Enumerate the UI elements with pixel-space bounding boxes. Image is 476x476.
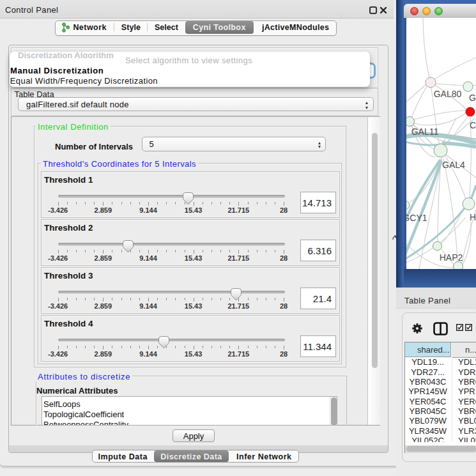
svg-text:GAL80: GAL80 [434, 89, 462, 99]
svg-text:C: C [470, 120, 476, 130]
svg-text:GCY1: GCY1 [406, 213, 427, 223]
svg-text:HAP2: HAP2 [440, 252, 463, 263]
svg-text:H: H [470, 212, 476, 222]
svg-text:GAL11: GAL11 [411, 127, 439, 137]
svg-text:GA: GA [469, 93, 476, 103]
svg-text:GAL4: GAL4 [442, 160, 465, 170]
